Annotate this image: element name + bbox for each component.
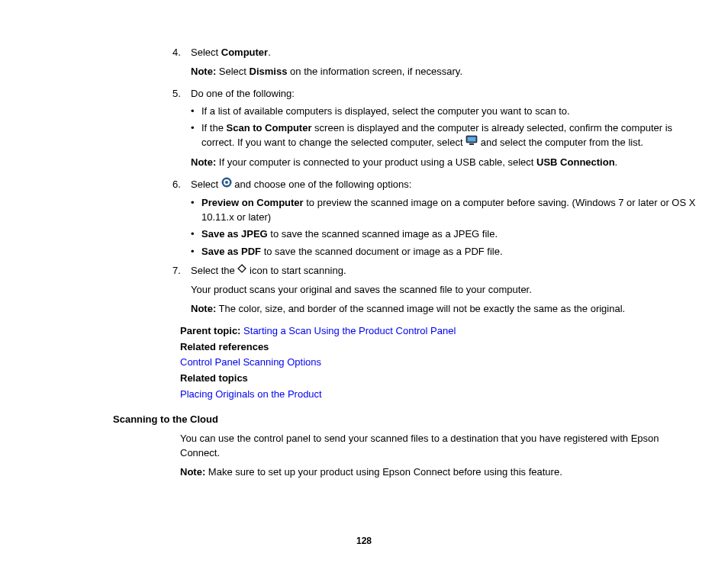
monitor-icon — [465, 135, 478, 150]
text: Select — [216, 66, 249, 77]
text: icon to start scanning. — [246, 265, 346, 276]
bold-text: Dismiss — [250, 66, 288, 77]
bullet-item: Save as PDF to save the scanned document… — [191, 245, 697, 259]
text: to save the scanned document or image as… — [261, 246, 503, 257]
bold-text: Computer — [221, 47, 268, 58]
gear-icon — [221, 177, 232, 192]
note-label: Note: — [191, 156, 216, 168]
bold-text: Save as JPEG — [201, 228, 268, 240]
text: If your computer is connected to your pr… — [216, 156, 536, 168]
text: and select the computer from the list. — [478, 137, 643, 149]
related-reference-link[interactable]: Control Panel Scanning Options — [180, 356, 321, 368]
cloud-note: Note: Make sure to set up your product u… — [180, 465, 697, 480]
step-5-bullets: If a list of available computers is disp… — [191, 105, 697, 152]
step-text: Select and choose one of the following o… — [191, 179, 411, 190]
ordered-steps: 4. Select Computer. — [92, 46, 697, 60]
note-label: Note: — [191, 66, 216, 77]
step-text: Select the icon to start scanning. — [191, 265, 346, 276]
svg-marker-6 — [238, 265, 246, 272]
text: If a list of available computers is disp… — [201, 105, 570, 117]
step-6-bullets: Preview on Computer to preview the scann… — [191, 196, 697, 259]
step-number: 4. — [172, 46, 188, 60]
related-references: Control Panel Scanning Options — [180, 355, 697, 370]
diamond-icon — [237, 263, 246, 278]
text: The color, size, and border of the scann… — [216, 303, 625, 314]
cloud-body: You can use the control panel to send yo… — [92, 432, 697, 480]
bold-text: Scan to Computer — [227, 122, 312, 134]
bullet-item: If a list of available computers is disp… — [191, 105, 697, 119]
related-topics-label: Related topics — [180, 372, 697, 386]
step-number: 7. — [172, 264, 188, 278]
step-number: 6. — [172, 178, 188, 192]
ordered-steps-cont: 5. Do one of the following: If a list of… — [92, 87, 697, 151]
step-6: 6. Select and choose one of the followin… — [92, 178, 697, 259]
cloud-para: You can use the control panel to send yo… — [180, 432, 697, 461]
section-heading-cloud: Scanning to the Cloud — [113, 413, 697, 427]
step-7-line2: Your product scans your original and sav… — [191, 283, 697, 298]
bold-text: USB Connection — [536, 156, 615, 168]
page-number: 128 — [0, 535, 728, 548]
svg-rect-1 — [468, 137, 476, 142]
text: to save the scanned scanned image as a J… — [268, 228, 498, 240]
label: Parent topic: — [180, 325, 240, 336]
text: on the information screen, if necessary. — [287, 66, 462, 77]
related-topics: Placing Originals on the Product — [180, 388, 697, 402]
related-references-label: Related references — [180, 340, 697, 355]
ordered-steps-cont2: 6. Select and choose one of the followin… — [92, 178, 697, 298]
step-text: Do one of the following: — [191, 88, 295, 99]
document-page: 4. Select Computer. Note: Select Dismiss… — [0, 0, 728, 563]
content-area: 4. Select Computer. Note: Select Dismiss… — [92, 46, 697, 479]
bullet-item: If the Scan to Computer screen is displa… — [191, 121, 697, 151]
step-7-note: Note: The color, size, and border of the… — [92, 302, 697, 317]
bullet-item: Save as JPEG to save the scanned scanned… — [191, 227, 697, 242]
note-label: Note: — [191, 303, 216, 314]
text: If the — [201, 122, 227, 134]
svg-rect-2 — [469, 143, 474, 145]
references: Parent topic: Starting a Scan Using the … — [92, 324, 697, 402]
parent-topic: Parent topic: Starting a Scan Using the … — [180, 324, 697, 339]
text: Select — [191, 47, 221, 58]
step-text: Select Computer. — [191, 47, 271, 58]
text: and choose one of the following options: — [232, 179, 412, 190]
step-7: 7. Select the icon to start scanning. Yo… — [92, 264, 697, 298]
step-5-note: Note: If your computer is connected to y… — [92, 156, 697, 170]
text: Select — [191, 179, 221, 190]
step-4-note: Note: Select Dismiss on the information … — [92, 65, 697, 79]
step-4: 4. Select Computer. — [92, 46, 697, 60]
text: . — [268, 47, 271, 58]
bold-text: Save as PDF — [201, 246, 261, 257]
text: . — [615, 156, 618, 168]
step-number: 5. — [172, 87, 188, 101]
text: Select the — [191, 265, 237, 276]
step-5: 5. Do one of the following: If a list of… — [92, 87, 697, 151]
text: Make sure to set up your product using E… — [205, 466, 562, 478]
note-label: Note: — [180, 466, 205, 478]
bullet-item: Preview on Computer to preview the scann… — [191, 196, 697, 225]
svg-point-5 — [225, 181, 228, 184]
bold-text: Preview on Computer — [201, 197, 304, 208]
related-topic-link[interactable]: Placing Originals on the Product — [180, 388, 322, 400]
parent-topic-link[interactable]: Starting a Scan Using the Product Contro… — [243, 325, 456, 336]
